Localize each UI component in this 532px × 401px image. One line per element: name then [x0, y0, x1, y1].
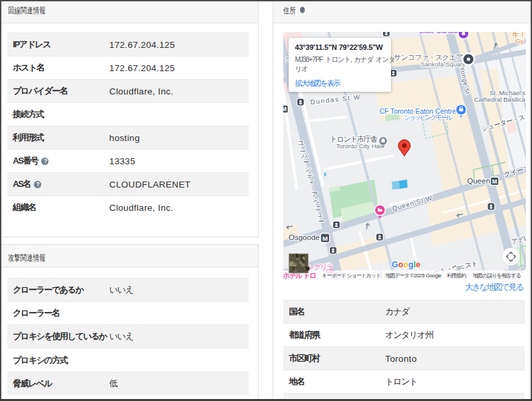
svg-text:Google: Google: [392, 260, 420, 269]
svg-text:M: M: [283, 106, 287, 112]
svg-text:Toronto City Hall: Toronto City Hall: [336, 142, 382, 150]
svg-text:M: M: [322, 235, 327, 242]
svg-text:ー: ー: [318, 217, 325, 225]
svg-text:Queen: Queen: [467, 177, 490, 185]
svg-text:地図データ ©2025 Google: 地図データ ©2025 Google: [384, 273, 442, 279]
svg-text:ングリラ: ングリラ: [307, 263, 332, 271]
svg-text:ショッピング モール: ショッピング モール: [404, 114, 454, 121]
svg-text:Sankofa Square: Sankofa Square: [420, 61, 466, 68]
svg-text:利用規約: 利用規約: [447, 273, 466, 279]
svg-text:Little Canada: Little Canada: [420, 32, 461, 35]
svg-text:地図の誤りを報告する: 地図の誤りを報告する: [472, 273, 521, 279]
svg-text:キーボード ショートカット: キーボード ショートカット: [322, 273, 380, 279]
svg-text:Gy: Gy: [515, 37, 523, 45]
svg-text:M: M: [492, 178, 497, 185]
svg-text:Cathedral Basilica: Cathedral Basilica: [474, 96, 525, 103]
svg-text:Osgoode: Osgoode: [289, 233, 320, 241]
